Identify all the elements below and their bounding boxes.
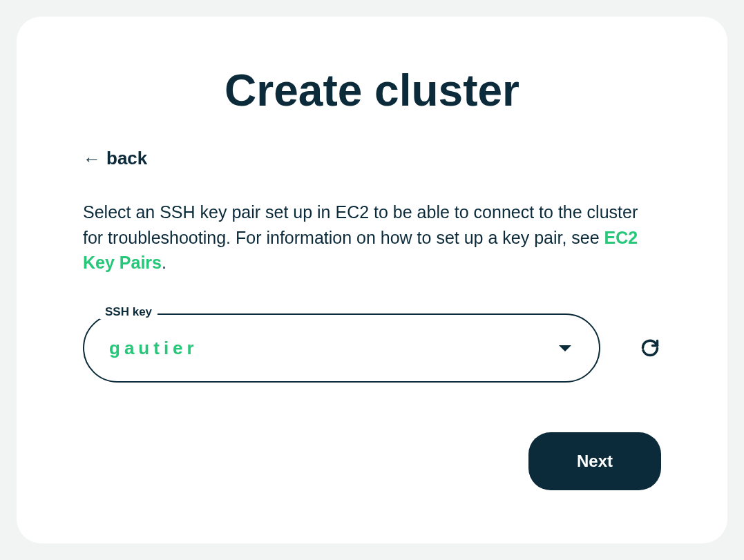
page-title: Create cluster bbox=[83, 66, 661, 115]
ssh-key-select[interactable]: gautier bbox=[83, 313, 600, 383]
description-part2: . bbox=[162, 253, 166, 272]
ssh-key-row: SSH key gautier bbox=[83, 313, 661, 383]
ssh-key-value: gautier bbox=[109, 338, 198, 359]
description-text: Select an SSH key pair set up in EC2 to … bbox=[83, 200, 661, 275]
ssh-key-select-wrap: SSH key gautier bbox=[83, 313, 600, 383]
refresh-button[interactable] bbox=[639, 337, 661, 359]
next-button[interactable]: Next bbox=[528, 432, 661, 490]
create-cluster-card: Create cluster ← back Select an SSH key … bbox=[17, 17, 727, 543]
ssh-key-label: SSH key bbox=[99, 305, 158, 319]
arrow-left-icon: ← bbox=[83, 150, 101, 168]
description-part1: Select an SSH key pair set up in EC2 to … bbox=[83, 202, 638, 247]
back-label: back bbox=[106, 148, 147, 169]
refresh-icon bbox=[640, 338, 660, 358]
chevron-down-icon bbox=[559, 345, 571, 351]
back-button[interactable]: ← back bbox=[83, 148, 147, 169]
footer-row: Next bbox=[83, 432, 661, 490]
